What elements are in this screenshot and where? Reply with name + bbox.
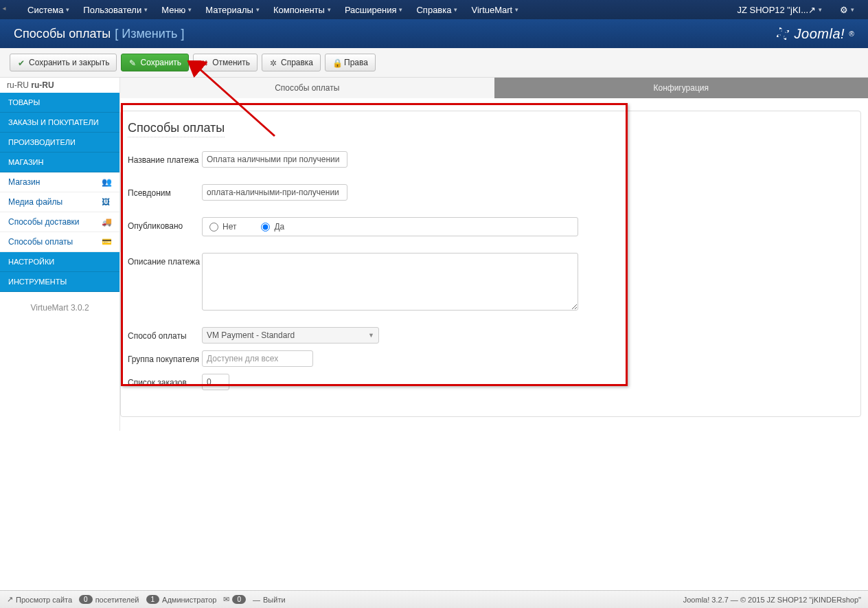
input-shopper-group[interactable]: Доступен для всех [202,350,313,367]
sidebar-sec-settings[interactable]: НАСТРОЙКИ [0,252,119,272]
mail-icon: ✉ [223,595,229,604]
gear-icon: ⚙ [840,5,848,15]
rights-button[interactable]: 🔒Права [325,54,376,71]
sb-visitors[interactable]: 0посетителей [79,595,139,604]
radio-no[interactable]: Нет [209,222,236,232]
nav-users[interactable]: Пользователи▾ [76,0,155,19]
nav-extensions[interactable]: Расширения▾ [338,0,410,19]
sidebar: ru-RU ru-RU ТОВАРЫ ЗАКАЗЫ И ПОКУПАТЕЛИ П… [0,78,120,431]
joomla-icon[interactable] [7,0,21,19]
tabs: Способы оплаты Конфигурация [120,78,868,98]
external-icon: ↗ [808,5,816,15]
radio-yes[interactable]: Да [261,222,284,232]
cancel-button[interactable]: ✖Отменить [193,54,258,71]
joomla-logo: Joomla!® [775,26,854,42]
label-shopper-group: Группа покупателя [128,350,202,364]
label-published: Опубликовано [128,217,202,231]
nav-components[interactable]: Компоненты▾ [266,0,338,19]
nav-virtuemart[interactable]: VirtueMart▾ [464,0,525,19]
form-panel: Способы оплаты Название платежа Псевдони… [120,111,861,417]
content-area: Способы оплаты Конфигурация Способы опла… [120,78,868,431]
truck-icon: 🚚 [102,217,111,227]
check-icon: ✔ [17,58,25,67]
sb-messages[interactable]: ✉0 [223,595,246,604]
sidebar-version: VirtueMart 3.0.2 [0,292,119,324]
textarea-description[interactable] [202,253,578,311]
label-method: Способ оплаты [128,327,202,341]
page-subtitle: [ Изменить ] [115,27,184,41]
users-icon: 👥 [102,177,111,187]
page-title: Способы оплаты [14,27,111,41]
toolbar: ✔Сохранить и закрыть ✎Сохранить ✖Отменит… [0,48,868,78]
external-icon: ↗ [7,595,13,604]
lock-icon: 🔒 [332,58,341,67]
sidebar-sec-products[interactable]: ТОВАРЫ [0,93,119,113]
nav-user-menu[interactable]: JZ SHOP12 "jKI... ↗▾ [730,0,829,19]
label-order-list: Список заказов [128,374,202,387]
label-payment-name: Название платежа [128,151,202,165]
pencil-icon: ✎ [128,58,137,67]
card-icon: 💳 [102,237,111,247]
sb-view-site[interactable]: ↗Просмотр сайта [7,595,72,604]
sidebar-link-shipping[interactable]: Способы доставки🚚 [0,212,119,232]
tab-payment-methods[interactable]: Способы оплаты [120,78,494,98]
input-alias[interactable] [202,184,347,201]
sidebar-sec-tools[interactable]: ИНСТРУМЕНТЫ [0,272,119,292]
save-close-button[interactable]: ✔Сохранить и закрыть [10,54,117,71]
nav-menu[interactable]: Меню▾ [155,0,198,19]
nav-settings-gear[interactable]: ⚙▾ [833,0,861,19]
gear-icon: ✲ [269,58,277,67]
sidebar-link-shop[interactable]: Магазин👥 [0,172,119,192]
chevron-down-icon: ▼ [368,332,374,339]
radio-published: Нет Да [202,217,578,236]
nav-content[interactable]: Материалы▾ [198,0,266,19]
sb-footer-right: Joomla! 3.2.7 — © 2015 JZ SHOP12 "jKINDE… [683,596,861,604]
sidebar-link-media[interactable]: Медиа файлы🖼 [0,192,119,212]
sb-logout[interactable]: — Выйти [253,596,286,604]
media-icon: 🖼 [102,197,111,207]
label-alias: Псевдоним [128,184,202,198]
statusbar: ↗Просмотр сайта 0посетителей 1Администра… [0,590,868,608]
sidebar-sec-orders[interactable]: ЗАКАЗЫ И ПОКУПАТЕЛИ [0,113,119,133]
help-button[interactable]: ✲Справка [262,54,321,71]
page-titlebar: Способы оплаты [ Изменить ] Joomla!® [0,19,868,48]
tab-configuration[interactable]: Конфигурация [494,78,869,98]
save-button[interactable]: ✎Сохранить [121,54,189,71]
sb-admin[interactable]: 1Администратор [146,595,217,604]
nav-system[interactable]: Система▾ [21,0,76,19]
input-payment-name[interactable] [202,151,347,168]
input-order-list[interactable] [202,374,229,390]
nav-help[interactable]: Справка▾ [409,0,464,19]
label-description: Описание платежа [128,253,202,267]
top-navbar: Система▾ Пользователи▾ Меню▾ Материалы▾ … [0,0,868,19]
sidebar-sec-manufacturers[interactable]: ПРОИЗВОДИТЕЛИ [0,133,119,153]
select-payment-method[interactable]: VM Payment - Standard▼ [202,327,379,344]
sidebar-link-payment[interactable]: Способы оплаты💳 [0,232,119,252]
cancel-icon: ✖ [201,58,209,67]
sidebar-sec-shop[interactable]: МАГАЗИН [0,153,119,172]
panel-heading: Способы оплаты [128,121,225,137]
locale-label: ru-RU ru-RU [0,78,119,93]
